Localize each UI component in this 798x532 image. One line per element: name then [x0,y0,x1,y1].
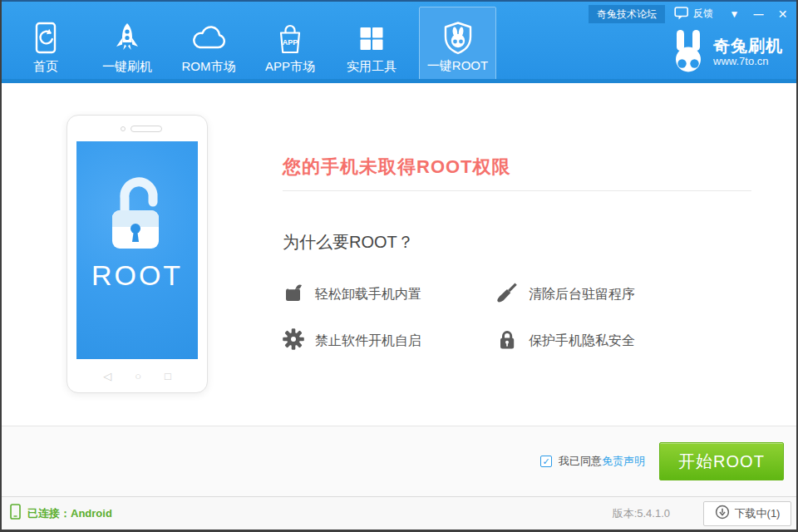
uninstall-icon [283,282,304,307]
download-label: 下载中(1) [735,506,781,521]
forum-link[interactable]: 奇兔技术论坛 [589,5,665,23]
action-bar: ✓ 我已同意 免责声明 开始ROOT [2,426,796,496]
phone-screen: ROOT [76,141,198,359]
app-window: 首页 一键刷机 [0,0,798,532]
tab-rom-label: ROM市场 [182,59,236,74]
svg-text:APP: APP [283,38,298,47]
version-label: 版本:5.4.1.0 [613,506,670,521]
why-root-heading: 为什么要ROOT？ [283,231,751,254]
app-logo: 奇兔刷机 www.7to.cn [672,29,783,76]
disclaimer-link[interactable]: 免责声明 [602,454,645,469]
status-bar: 已连接：Android 版本:5.4.1.0 下载中(1) [2,496,796,530]
root-shield-rabbit-icon [439,18,477,58]
feature-label: 保护手机隐私安全 [529,332,635,350]
phone-speaker-dot [121,126,126,131]
feedback-label: 反馈 [693,7,713,21]
tab-flash-label: 一键刷机 [102,59,152,74]
cloud-icon [189,19,229,59]
minimize-icon[interactable]: — [746,5,771,23]
close-icon[interactable]: ✕ [771,5,795,23]
android-recent-icon: □ [165,370,171,382]
feature-clean: 清除后台驻留程序 [496,282,751,307]
feature-list: 轻松卸载手机内置 清除后台驻留程序 [283,282,751,353]
phone-nav-buttons: ◁ ○ □ [67,366,207,386]
download-circle-icon [715,505,730,522]
connection-text: 已连接：Android [27,506,112,521]
main-nav: 首页 一键刷机 [22,2,496,81]
tab-one-click-flash[interactable]: 一键刷机 [86,7,168,81]
agree-label: 我已同意 [559,454,602,469]
logo-app-name: 奇兔刷机 [713,37,783,55]
android-back-icon: ◁ [103,370,111,382]
rabbit-logo-icon [672,29,705,76]
rocket-icon [109,19,145,59]
tab-home[interactable]: 首页 [22,7,70,81]
agreement-row: ✓ 我已同意 免责声明 [540,454,645,469]
appstore-bag-icon: APP [272,19,308,59]
tab-one-click-root[interactable]: 一键ROOT [419,7,496,81]
title-divider [283,190,751,191]
menu-dropdown-icon[interactable]: ▼ [722,5,746,23]
main-content: ROOT ◁ ○ □ 您的手机未取得ROOT权限 为什么要ROOT？ [2,83,796,426]
tab-tools[interactable]: 实用工具 [331,7,412,81]
brush-icon [496,282,518,307]
lock-icon [496,328,518,353]
phone-speaker-slot [131,126,162,132]
home-phone-refresh-icon [27,19,64,59]
header: 首页 一键刷机 [2,0,796,83]
feedback-button[interactable]: 反馈 [665,6,722,22]
logo-url: www.7to.cn [713,55,783,68]
unlocked-shackle [125,182,153,211]
screen-root-text: ROOT [91,259,183,291]
feature-label: 轻松卸载手机内置 [315,286,421,303]
page-title: 您的手机未取得ROOT权限 [283,155,751,180]
start-root-button[interactable]: 开始ROOT [659,442,784,480]
tab-home-label: 首页 [33,59,58,74]
feedback-bubble-icon [674,6,689,22]
phone-illustration: ROOT ◁ ○ □ [66,115,208,393]
connected-phone-icon [10,504,21,523]
gear-icon [283,328,304,353]
tools-grid-icon [353,19,390,59]
tab-app-label: APP市场 [265,59,315,74]
feature-privacy: 保护手机隐私安全 [496,328,751,353]
feature-label: 禁止软件开机自启 [315,332,421,350]
feature-uninstall: 轻松卸载手机内置 [283,282,496,307]
feature-label: 清除后台驻留程序 [529,286,635,303]
agree-checkbox[interactable]: ✓ [540,456,552,467]
tab-app-market[interactable]: APP APP市场 [249,7,331,81]
android-home-icon: ○ [135,370,141,382]
tab-tools-label: 实用工具 [347,59,397,74]
feature-autostart: 禁止软件开机自启 [283,328,496,353]
connection-status: 已连接：Android [10,504,112,523]
tab-root-label: 一键ROOT [427,58,488,73]
downloading-button[interactable]: 下载中(1) [703,501,791,526]
tab-rom-market[interactable]: ROM市场 [168,7,249,81]
window-controls: 奇兔技术论坛 反馈 ▼ — ✕ [589,4,795,23]
